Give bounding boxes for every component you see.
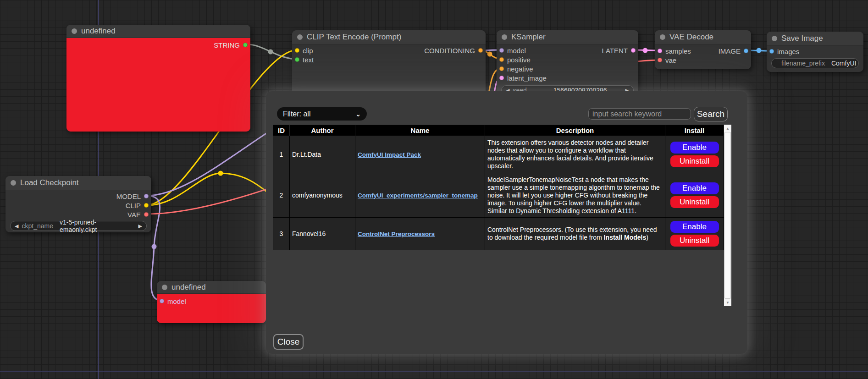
node-title: undefined: [171, 283, 206, 292]
table-header-row: ID Author Name Description Install: [273, 125, 724, 136]
table-scrollbar[interactable]: ▲ ▼: [724, 125, 731, 306]
input-label-negative: negative: [507, 65, 533, 73]
output-slot-model[interactable]: [144, 194, 149, 198]
node-title-bar[interactable]: undefined: [66, 25, 250, 38]
node-undefined-bottom[interactable]: undefined model: [157, 281, 266, 323]
header-name: Name: [355, 125, 485, 136]
extension-link[interactable]: ControlNet Preprocessors: [358, 231, 482, 237]
link-dot-latent[interactable]: [643, 48, 648, 53]
uninstall-button[interactable]: Uninstall: [670, 155, 719, 167]
table-row: 3 Fannovel16 ControlNet Preprocessors Co…: [273, 218, 724, 250]
collapse-dot-icon[interactable]: [162, 285, 167, 290]
input-label-vae: vae: [665, 56, 676, 64]
collapse-dot-icon[interactable]: [502, 34, 507, 40]
input-slot-positive[interactable]: [499, 57, 504, 62]
input-label-latent-image: latent_image: [507, 74, 547, 82]
collapse-dot-icon[interactable]: [297, 34, 303, 40]
uninstall-button[interactable]: Uninstall: [670, 235, 719, 247]
enable-button[interactable]: Enable: [670, 221, 719, 233]
filename-prefix-widget[interactable]: filename_prefix ComfyUI: [771, 58, 859, 68]
search-button[interactable]: Search: [694, 107, 728, 121]
output-slot-conditioning[interactable]: [478, 48, 483, 53]
output-label-clip: CLIP: [126, 202, 141, 209]
node-title-bar[interactable]: CLIP Text Encode (Prompt): [292, 30, 486, 44]
input-slot-model[interactable]: [160, 299, 164, 303]
left-arrow-icon[interactable]: ◀: [15, 223, 18, 229]
input-slot-vae[interactable]: [658, 58, 662, 62]
cell-description: ModelSamplerTonemapNoiseTest a node that…: [485, 173, 665, 218]
header-author: Author: [290, 125, 355, 136]
collapse-dot-icon[interactable]: [72, 28, 77, 34]
node-title-bar[interactable]: KSampler: [497, 30, 638, 44]
cell-description: ControlNet Preprocessors. (To use this e…: [485, 218, 665, 250]
scroll-down-icon[interactable]: ▼: [724, 299, 731, 306]
input-label-model: model: [167, 297, 186, 305]
output-label-model: MODEL: [116, 192, 141, 200]
search-input[interactable]: [588, 108, 691, 120]
filter-dropdown[interactable]: Filter: all ⌄: [277, 107, 367, 121]
cell-description: This extension offers various detector n…: [485, 136, 665, 173]
output-slot-string[interactable]: [243, 43, 248, 47]
output-label-conditioning: CONDITIONING: [424, 47, 475, 55]
input-slot-images[interactable]: [769, 49, 774, 54]
uninstall-button[interactable]: Uninstall: [670, 196, 719, 208]
node-body: STRING: [66, 38, 250, 132]
filename-widget-label: filename_prefix: [781, 60, 825, 67]
output-slot-latent[interactable]: [631, 48, 636, 53]
extension-table: ID Author Name Description Install 1 Dr.…: [273, 125, 724, 250]
output-slot-image[interactable]: [744, 49, 748, 53]
right-arrow-icon[interactable]: ▶: [138, 223, 142, 229]
scroll-up-icon[interactable]: ▲: [724, 125, 731, 132]
output-label-vae: VAE: [127, 211, 141, 219]
link-dot-clip[interactable]: [218, 171, 223, 176]
node-body: IMAGE samples vae: [655, 44, 751, 65]
output-label-latent: LATENT: [602, 47, 628, 55]
node-title: VAE Decode: [669, 33, 713, 42]
link-clip-lower[interactable]: [146, 173, 277, 205]
link-dot-conditioning[interactable]: [487, 52, 492, 57]
header-id: ID: [273, 125, 290, 136]
extension-link[interactable]: ComfyUI Impact Pack: [358, 151, 482, 158]
node-vae-decode[interactable]: VAE Decode IMAGE samples vae: [655, 30, 751, 69]
input-slot-latent-image[interactable]: [499, 76, 504, 80]
ckpt-widget-label: ckpt_name: [22, 222, 53, 230]
node-title-bar[interactable]: Save Image: [767, 32, 863, 46]
scrollbar-thumb[interactable]: [724, 132, 731, 299]
enable-button[interactable]: Enable: [670, 182, 719, 194]
output-slot-vae[interactable]: [144, 212, 149, 217]
node-title-bar[interactable]: VAE Decode: [655, 30, 751, 44]
node-title: Save Image: [781, 34, 823, 43]
extension-link[interactable]: ComfyUI_experiments/sampler_tonemap: [358, 192, 482, 199]
node-title-bar[interactable]: undefined: [157, 281, 266, 294]
close-button[interactable]: Close: [273, 334, 304, 350]
node-undefined-top[interactable]: undefined STRING: [66, 25, 250, 132]
table-row: 2 comfyanonymous ComfyUI_experiments/sam…: [273, 173, 724, 218]
cell-author: Dr.Lt.Data: [290, 136, 355, 173]
ckpt-name-widget[interactable]: ◀ ckpt_name v1-5-pruned-emaonly.ckpt ▶: [10, 221, 147, 231]
node-save-image[interactable]: Save Image images filename_prefix ComfyU…: [767, 32, 863, 72]
link-dot-model[interactable]: [152, 244, 157, 249]
input-slot-text[interactable]: [295, 57, 299, 62]
node-title-bar[interactable]: Load Checkpoint: [6, 176, 151, 190]
cell-id: 1: [273, 136, 290, 173]
node-body: LATENT model positive negative latent_im…: [497, 44, 638, 95]
link-dot-string[interactable]: [268, 49, 273, 55]
input-label-positive: positive: [507, 56, 531, 64]
enable-button[interactable]: Enable: [670, 142, 719, 154]
collapse-dot-icon[interactable]: [11, 180, 16, 186]
node-title: Load Checkpoint: [20, 178, 79, 187]
collapse-dot-icon[interactable]: [660, 34, 665, 40]
cell-author: Fannovel16: [290, 218, 355, 250]
node-title: CLIP Text Encode (Prompt): [307, 33, 401, 42]
node-body: CONDITIONING clip text: [292, 44, 486, 64]
ckpt-widget-value: v1-5-pruned-emaonly.ckpt: [60, 219, 132, 233]
chevron-down-icon: ⌄: [355, 112, 361, 116]
filter-dropdown-value: Filter: all: [283, 110, 310, 118]
output-slot-clip[interactable]: [144, 203, 149, 208]
input-label-text: text: [303, 56, 314, 64]
input-slot-negative[interactable]: [499, 66, 504, 71]
node-load-checkpoint[interactable]: Load Checkpoint MODEL CLIP VAE ◀ ckpt_na…: [6, 176, 151, 232]
link-dot-image[interactable]: [757, 48, 762, 53]
collapse-dot-icon[interactable]: [772, 36, 777, 41]
node-title: undefined: [81, 27, 116, 36]
